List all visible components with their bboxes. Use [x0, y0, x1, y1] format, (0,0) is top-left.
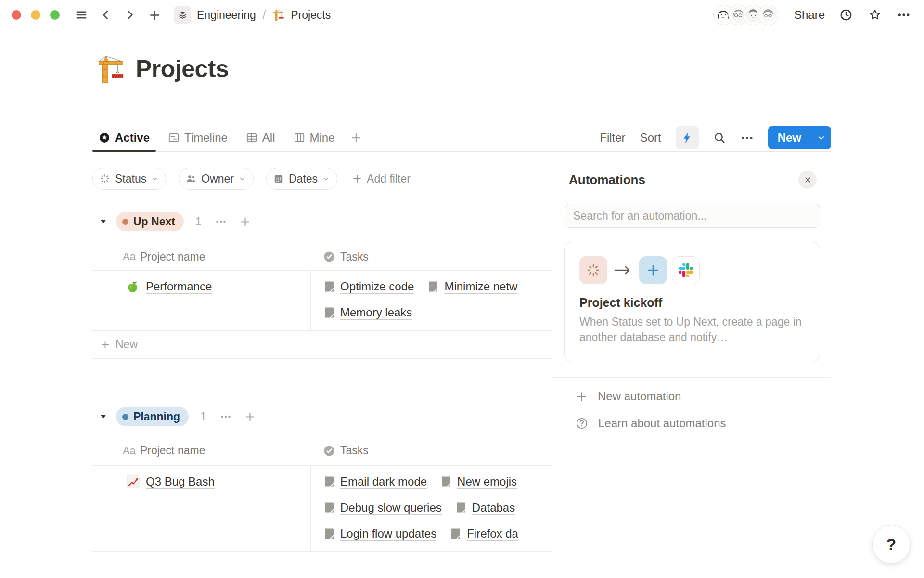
- people-icon: [186, 173, 196, 184]
- task-link[interactable]: Optimize code: [323, 280, 414, 293]
- tab-timeline[interactable]: Timeline: [162, 124, 234, 151]
- group-pill-planning[interactable]: Planning: [116, 407, 189, 426]
- group-options-icon[interactable]: [215, 216, 227, 227]
- learn-about-automations-link[interactable]: Learn about automations: [552, 413, 831, 434]
- crane-emoji: [272, 9, 285, 21]
- page-icon: [323, 476, 335, 487]
- chevron-down-icon: [322, 175, 330, 183]
- table-row: Q3 Bug Bash Email dark mode New emojis D…: [92, 466, 552, 552]
- breadcrumb-teamspace[interactable]: Engineering: [197, 9, 256, 22]
- task-link[interactable]: New emojis: [440, 475, 517, 488]
- task-link[interactable]: Debug slow queries: [323, 501, 442, 514]
- check-circle-icon: [323, 251, 335, 263]
- crane-page-icon[interactable]: [96, 54, 126, 84]
- collapse-triangle-icon[interactable]: [99, 218, 107, 226]
- add-filter-button[interactable]: Add filter: [352, 172, 411, 185]
- close-icon[interactable]: [798, 171, 817, 189]
- add-view-icon[interactable]: [347, 131, 365, 144]
- teamspace-layers-icon[interactable]: [174, 6, 191, 24]
- tasks-cell: Optimize code Minimize netw Memory leaks: [311, 271, 552, 330]
- table-header: Aa Project name Tasks: [92, 436, 552, 466]
- task-link[interactable]: Firefox da: [450, 527, 518, 540]
- project-name-cell[interactable]: Performance: [92, 271, 311, 330]
- title-property-icon: Aa: [123, 445, 136, 457]
- owner-filter-chip[interactable]: Owner: [179, 168, 254, 190]
- breadcrumb-separator: /: [263, 9, 266, 22]
- task-link[interactable]: Memory leaks: [323, 306, 412, 319]
- page-icon: [323, 528, 335, 539]
- help-button[interactable]: ?: [872, 525, 911, 564]
- group-count: 1: [195, 215, 202, 228]
- tab-active[interactable]: Active: [92, 124, 156, 151]
- chart-increasing-emoji: [127, 475, 140, 488]
- task-link[interactable]: Email dark mode: [323, 475, 427, 488]
- breadcrumb: Engineering / Projects: [174, 6, 331, 24]
- sidebar-menu-icon[interactable]: [75, 9, 88, 21]
- dates-filter-chip[interactable]: Dates: [266, 168, 337, 190]
- status-filter-chip[interactable]: Status: [92, 168, 166, 190]
- avatar[interactable]: [758, 5, 778, 25]
- collaborator-avatars[interactable]: [714, 5, 778, 25]
- title-property-icon: Aa: [123, 250, 136, 263]
- updates-clock-icon[interactable]: [839, 8, 853, 22]
- page-header: Projects: [96, 54, 229, 84]
- view-tabs-row: Active Timeline All Mine Filter Sort New: [92, 124, 831, 152]
- filter-button[interactable]: Filter: [600, 131, 625, 144]
- column-header-project-name[interactable]: Aa Project name: [92, 444, 311, 457]
- project-name-cell[interactable]: Q3 Bug Bash: [92, 466, 311, 551]
- new-button-dropdown[interactable]: [811, 126, 831, 149]
- page-title[interactable]: Projects: [136, 55, 229, 83]
- project-page-link[interactable]: Q3 Bug Bash: [146, 475, 215, 488]
- window-zoom-button[interactable]: [50, 10, 60, 20]
- sort-button[interactable]: Sort: [640, 131, 661, 144]
- new-row-button[interactable]: New: [92, 331, 552, 359]
- tasks-cell: Email dark mode New emojis Debug slow qu…: [311, 466, 552, 551]
- column-header-project-name[interactable]: Aa Project name: [92, 250, 311, 263]
- chevron-down-icon: [239, 175, 246, 183]
- breadcrumb-page[interactable]: Projects: [291, 9, 331, 22]
- new-page-icon[interactable]: [148, 9, 161, 22]
- group-pill-up-next[interactable]: Up Next: [116, 212, 184, 231]
- automations-bolt-button[interactable]: [676, 126, 699, 149]
- search-icon[interactable]: [713, 131, 726, 144]
- column-header-tasks[interactable]: Tasks: [311, 250, 369, 263]
- group-header-up-next: Up Next 1: [92, 210, 251, 233]
- group-options-icon[interactable]: [220, 411, 231, 422]
- task-link[interactable]: Databas: [455, 501, 515, 514]
- back-icon[interactable]: [100, 9, 112, 21]
- status-burst-icon: [100, 173, 110, 184]
- tab-label: Mine: [310, 131, 335, 144]
- group-add-icon[interactable]: [239, 216, 251, 228]
- automations-title: Automations: [569, 172, 645, 187]
- tab-mine[interactable]: Mine: [287, 124, 341, 151]
- page-icon: [427, 281, 439, 292]
- plus-icon: [576, 391, 588, 403]
- share-button[interactable]: Share: [794, 8, 825, 22]
- question-circle-icon: [576, 417, 588, 430]
- new-button[interactable]: New: [768, 126, 831, 149]
- forward-icon[interactable]: [124, 9, 136, 21]
- window-close-button[interactable]: [12, 10, 21, 20]
- project-page-link[interactable]: Performance: [146, 280, 212, 293]
- new-page-action-icon: [639, 256, 667, 284]
- chevron-down-icon: [151, 175, 158, 183]
- group-header-planning: Planning 1: [92, 405, 256, 428]
- new-automation-button[interactable]: New automation: [552, 386, 831, 407]
- more-options-icon[interactable]: [897, 8, 911, 22]
- tab-all[interactable]: All: [240, 124, 282, 151]
- filter-bar: Status Owner Dates Add filter: [92, 167, 411, 190]
- task-link[interactable]: Minimize netw: [427, 280, 517, 293]
- automation-search-input[interactable]: [565, 204, 820, 228]
- task-link[interactable]: Login flow updates: [323, 527, 436, 540]
- group-add-icon[interactable]: [244, 411, 256, 423]
- view-options-icon[interactable]: [741, 131, 754, 144]
- new-button-label[interactable]: New: [768, 126, 811, 149]
- collapse-triangle-icon[interactable]: [99, 413, 107, 421]
- automation-card[interactable]: Project kickoff When Status set to Up Ne…: [564, 242, 820, 362]
- column-header-tasks[interactable]: Tasks: [311, 444, 369, 457]
- check-circle-icon: [323, 445, 335, 457]
- board-view-icon: [294, 132, 305, 144]
- favorite-star-icon[interactable]: [868, 8, 882, 22]
- window-minimize-button[interactable]: [31, 10, 40, 20]
- automations-panel: Automations Project kickoff When Status …: [552, 152, 831, 578]
